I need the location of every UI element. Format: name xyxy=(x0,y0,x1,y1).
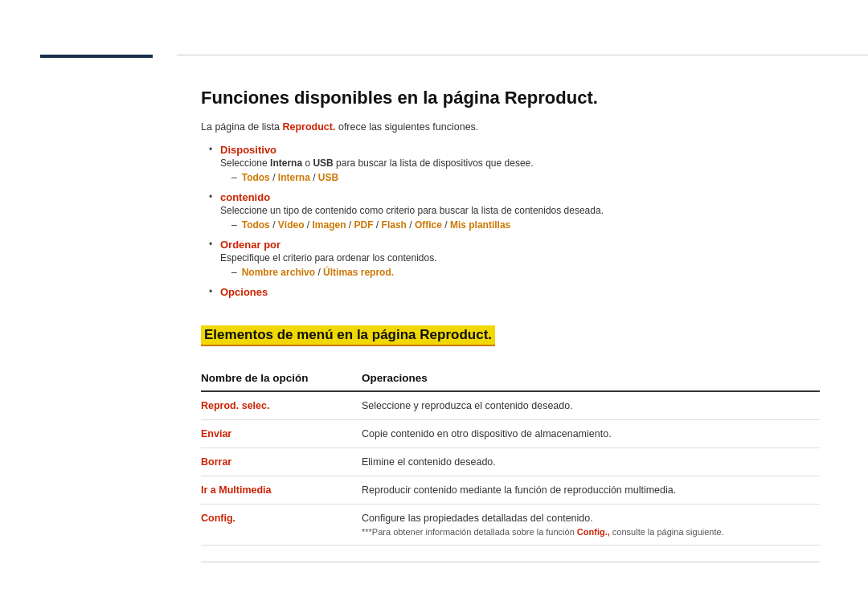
row-td-config: Configure las propiedades detalladas del… xyxy=(362,505,820,546)
bullet-desc-dispositivo: Seleccione Interna o USB para buscar la … xyxy=(220,157,820,169)
dash-icon: – xyxy=(231,267,237,278)
table-row: Enviar Copie contenido en otro dispositi… xyxy=(201,420,820,448)
bullet-desc-ordenar: Especifique el criterio para ordenar los… xyxy=(220,252,820,264)
sub-flash: Flash xyxy=(382,219,407,231)
bullet-desc-contenido: Seleccione un tipo de contenido como cri… xyxy=(220,205,820,216)
intro-before: La página de lista xyxy=(201,121,282,133)
page-title: Funciones disponibles en la página Repro… xyxy=(201,88,820,108)
list-item: Dispositivo Seleccione Interna o USB par… xyxy=(209,144,820,183)
intro-highlight: Reproduct. xyxy=(282,121,335,133)
sub-orange-todos: Todos xyxy=(242,172,270,183)
row-name-reprod: Reprod. selec. xyxy=(201,391,362,420)
sub-mis-plantillas: Mis plantillas xyxy=(450,219,510,231)
footnote-after: consulte la página siguiente. xyxy=(610,527,724,537)
config-footnote: ***Para obtener información detallada so… xyxy=(362,527,820,537)
list-item: contenido Seleccione un tipo de contenid… xyxy=(209,191,820,231)
sub-item-label-contenido: Todos / Vídeo / Imagen / PDF / Flash / O… xyxy=(242,219,511,231)
row-name-config: Config. xyxy=(201,505,362,546)
row-desc-ir: Reproducir contenido mediante la función… xyxy=(362,476,820,505)
sub-todos: Todos xyxy=(242,219,270,231)
menu-table: Nombre de la opción Operaciones Reprod. … xyxy=(201,366,820,546)
table-row: Reprod. selec. Seleccione y reproduzca e… xyxy=(201,391,820,420)
sub-imagen: Imagen xyxy=(313,219,346,231)
table-row: Ir a Multimedia Reproducir contenido med… xyxy=(201,476,820,505)
bullet-title-ordenar: Ordenar por xyxy=(220,239,280,251)
page-container: Funciones disponibles en la página Repro… xyxy=(0,0,868,595)
dash-icon: – xyxy=(231,219,237,231)
bullet-list: Dispositivo Seleccione Interna o USB par… xyxy=(209,144,820,298)
main-content: Funciones disponibles en la página Repro… xyxy=(177,55,868,595)
bullet-title-dispositivo: Dispositivo xyxy=(220,144,276,156)
intro-after: ofrece las siguientes funciones. xyxy=(335,121,478,133)
sub-item-label-ordenar: Nombre archivo / Últimas reprod. xyxy=(242,267,394,278)
sub-pdf: PDF xyxy=(354,219,374,231)
row-desc-reprod: Seleccione y reproduzca el contenido des… xyxy=(362,391,820,420)
footnote-before: ***Para obtener información detallada so… xyxy=(362,527,577,537)
table-header-row: Nombre de la opción Operaciones xyxy=(201,366,820,391)
list-item: Opciones xyxy=(209,286,820,298)
dash-icon: – xyxy=(231,172,237,183)
row-desc-config: Configure las propiedades detalladas del… xyxy=(362,513,820,524)
sub-item-ordenar: – Nombre archivo / Últimas reprod. xyxy=(220,267,820,278)
row-name-borrar: Borrar xyxy=(201,448,362,476)
left-sidebar xyxy=(0,0,177,595)
section2-heading: Elementos de menú en la página Reproduct… xyxy=(201,325,495,346)
footnote-highlight: Config., xyxy=(577,527,610,537)
sub-ultimas: Últimas reprod. xyxy=(323,267,394,278)
col-header-ops: Operaciones xyxy=(362,366,820,391)
sub-sep2: / xyxy=(310,172,318,183)
row-name-ir: Ir a Multimedia xyxy=(201,476,362,505)
sidebar-bar xyxy=(40,55,153,58)
sub-orange-interna: Interna xyxy=(278,172,310,183)
sub-office: Office xyxy=(415,219,442,231)
list-item: Ordenar por Especifique el criterio para… xyxy=(209,239,820,278)
sub-item-contenido: – Todos / Vídeo / Imagen / PDF / Flash /… xyxy=(220,219,820,231)
sub-item-dispositivo: – Todos / Interna / USB xyxy=(220,172,820,183)
table-row: Config. Configure las propiedades detall… xyxy=(201,505,820,546)
bullet-title-opciones: Opciones xyxy=(220,286,268,298)
sub-item-label-dispositivo: Todos / Interna / USB xyxy=(242,172,339,183)
row-name-enviar: Enviar xyxy=(201,420,362,448)
row-desc-enviar: Copie contenido en otro dispositivo de a… xyxy=(362,420,820,448)
bullet-title-contenido: contenido xyxy=(220,191,270,203)
sub-nombre: Nombre archivo xyxy=(242,267,315,278)
table-row: Borrar Elimine el contenido deseado. xyxy=(201,448,820,476)
sub-video: Vídeo xyxy=(278,219,305,231)
intro-text: La página de lista Reproduct. ofrece las… xyxy=(201,121,820,133)
row-desc-borrar: Elimine el contenido deseado. xyxy=(362,448,820,476)
sub-sep1: / xyxy=(270,172,278,183)
col-header-name: Nombre de la opción xyxy=(201,366,362,391)
sub-orange-usb: USB xyxy=(318,172,338,183)
bottom-border xyxy=(201,562,820,562)
